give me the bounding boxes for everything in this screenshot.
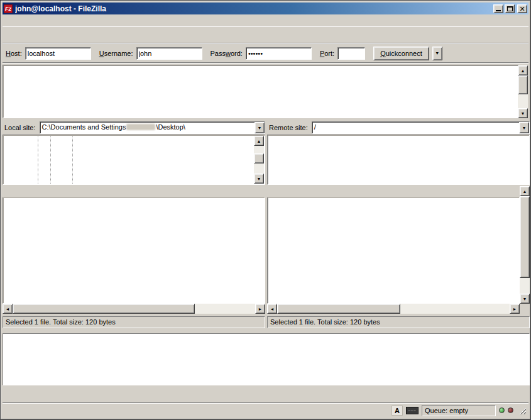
log-scrollbar[interactable]: ▲ ▼ <box>518 65 528 118</box>
remote-site-row: Remote site: / ▼ <box>267 121 530 135</box>
queue-size-indicator: Queue: empty <box>422 405 496 416</box>
toolbar <box>3 27 528 43</box>
quickconnect-bar: Host: Username: Password: Port: Quickcon… <box>3 44 528 63</box>
local-file-list[interactable] <box>3 197 265 304</box>
local-site-path: C:\Documents and Settings\Desktop\ <box>40 122 255 133</box>
quickconnect-dropdown[interactable]: ▼ <box>432 47 442 60</box>
filezilla-window: Fz john@localhost - FileZilla ✕ Host: Us… <box>0 0 531 420</box>
queue-header[interactable] <box>3 334 529 345</box>
activity-led-red-icon <box>508 407 513 413</box>
speedlimit-icon[interactable]: ‒‒‒ <box>406 407 419 414</box>
status-bar: A ‒‒‒ Queue: empty <box>3 402 528 417</box>
message-log <box>3 65 519 118</box>
local-tree-scrollbar[interactable]: ▲ ▼ <box>254 136 264 184</box>
remote-list-header[interactable] <box>267 186 520 197</box>
username-label: Username: <box>99 50 133 57</box>
transfer-queue[interactable] <box>3 333 530 385</box>
datatype-indicator-icon[interactable]: A <box>391 406 403 416</box>
quickconnect-button[interactable]: Quickconnect <box>373 47 429 60</box>
port-input[interactable] <box>337 47 365 60</box>
host-input[interactable] <box>25 47 91 60</box>
remote-vscrollbar[interactable]: ▲ ▼ <box>520 186 530 304</box>
close-button[interactable]: ✕ <box>517 4 527 13</box>
minimize-button[interactable] <box>493 4 503 13</box>
activity-led-green-icon <box>499 407 505 413</box>
remote-tree[interactable] <box>267 135 530 185</box>
app-icon: Fz <box>4 4 13 13</box>
local-site-label: Local site: <box>3 124 40 131</box>
remote-hscrollbar[interactable]: ◄ ► <box>267 304 520 314</box>
local-status: Selected 1 file. Total size: 120 bytes <box>3 316 265 328</box>
host-label: Host: <box>6 50 22 57</box>
local-site-combo[interactable]: C:\Documents and Settings\Desktop\ ▼ <box>40 121 265 134</box>
remote-file-list[interactable] <box>267 197 520 304</box>
remote-site-combo[interactable]: / ▼ <box>312 121 530 134</box>
remote-site-label: Remote site: <box>267 124 312 131</box>
title-bar: Fz john@localhost - FileZilla ✕ <box>3 3 528 14</box>
maximize-button[interactable] <box>505 4 515 13</box>
password-label: Password: <box>211 50 243 57</box>
remote-site-dropdown-icon[interactable]: ▼ <box>519 122 529 133</box>
resize-grip[interactable] <box>518 406 526 414</box>
remote-site-path: / <box>312 122 519 133</box>
remote-status: Selected 1 file. Total size: 120 bytes <box>267 316 530 328</box>
local-list-header[interactable] <box>3 186 265 197</box>
local-site-dropdown-icon[interactable]: ▼ <box>255 122 265 133</box>
queue-tabs <box>3 387 528 402</box>
local-hscrollbar[interactable]: ◄ ► <box>3 304 265 314</box>
local-tree[interactable] <box>3 135 265 185</box>
redacted-username <box>126 124 155 130</box>
username-input[interactable] <box>136 47 202 60</box>
local-site-row: Local site: C:\Documents and Settings\De… <box>3 121 265 135</box>
menu-bar <box>3 14 528 27</box>
port-label: Port: <box>320 50 334 57</box>
password-input[interactable] <box>246 47 312 60</box>
window-title: john@localhost - FileZilla <box>15 4 493 13</box>
